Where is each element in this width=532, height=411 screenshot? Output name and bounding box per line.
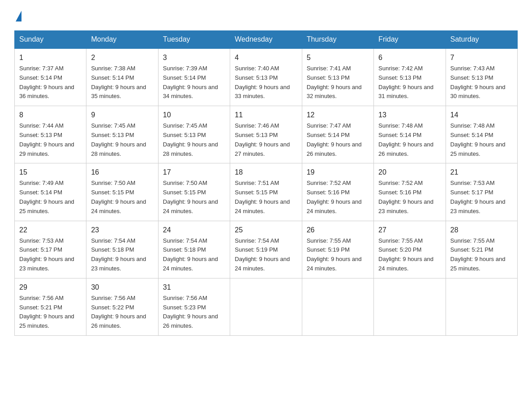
day-info: Sunrise: 7:38 AMSunset: 5:14 PMDaylight:…	[91, 65, 146, 99]
calendar-cell: 12Sunrise: 7:47 AMSunset: 5:14 PMDayligh…	[302, 106, 373, 163]
day-number: 30	[91, 282, 153, 293]
day-number: 14	[450, 110, 513, 120]
calendar-cell: 7Sunrise: 7:43 AMSunset: 5:13 PMDaylight…	[446, 48, 517, 106]
calendar-cell: 25Sunrise: 7:54 AMSunset: 5:19 PMDayligh…	[230, 221, 302, 278]
calendar-cell: 8Sunrise: 7:44 AMSunset: 5:13 PMDaylight…	[15, 106, 86, 163]
day-number: 12	[307, 110, 369, 120]
day-number: 1	[19, 52, 82, 63]
day-number: 22	[19, 225, 82, 235]
day-info: Sunrise: 7:45 AMSunset: 5:13 PMDaylight:…	[163, 122, 218, 157]
day-number: 17	[163, 167, 225, 178]
day-number: 6	[378, 52, 441, 63]
day-number: 21	[450, 167, 513, 178]
day-info: Sunrise: 7:51 AMSunset: 5:15 PMDaylight:…	[235, 180, 290, 214]
day-number: 10	[163, 110, 225, 120]
day-info: Sunrise: 7:50 AMSunset: 5:15 PMDaylight:…	[91, 180, 146, 214]
calendar-body: 1Sunrise: 7:37 AMSunset: 5:14 PMDaylight…	[15, 48, 518, 335]
calendar-cell: 9Sunrise: 7:45 AMSunset: 5:13 PMDaylight…	[86, 106, 158, 163]
calendar-week-row: 1Sunrise: 7:37 AMSunset: 5:14 PMDaylight…	[15, 48, 518, 106]
calendar-cell: 21Sunrise: 7:53 AMSunset: 5:17 PMDayligh…	[446, 163, 517, 221]
day-number: 13	[378, 110, 441, 120]
calendar-cell: 13Sunrise: 7:48 AMSunset: 5:14 PMDayligh…	[374, 106, 446, 163]
calendar-cell: 29Sunrise: 7:56 AMSunset: 5:21 PMDayligh…	[15, 278, 86, 335]
day-number: 27	[378, 225, 441, 235]
day-number: 9	[91, 110, 153, 120]
day-info: Sunrise: 7:47 AMSunset: 5:14 PMDaylight:…	[307, 122, 362, 157]
calendar-cell: 31Sunrise: 7:56 AMSunset: 5:23 PMDayligh…	[158, 278, 230, 335]
calendar-cell: 3Sunrise: 7:39 AMSunset: 5:14 PMDaylight…	[158, 48, 230, 106]
day-info: Sunrise: 7:53 AMSunset: 5:17 PMDaylight:…	[19, 237, 74, 272]
day-number: 8	[19, 110, 82, 120]
day-info: Sunrise: 7:52 AMSunset: 5:16 PMDaylight:…	[378, 180, 433, 214]
weekday-header-wednesday: Wednesday	[230, 31, 302, 49]
calendar-cell: 2Sunrise: 7:38 AMSunset: 5:14 PMDaylight…	[86, 48, 158, 106]
day-number: 20	[378, 167, 441, 178]
day-number: 31	[163, 282, 225, 293]
calendar-table: SundayMondayTuesdayWednesdayThursdayFrid…	[14, 30, 518, 336]
weekday-header-thursday: Thursday	[302, 31, 373, 49]
page-header	[14, 11, 518, 21]
calendar-week-row: 22Sunrise: 7:53 AMSunset: 5:17 PMDayligh…	[15, 221, 518, 278]
calendar-cell: 28Sunrise: 7:55 AMSunset: 5:21 PMDayligh…	[446, 221, 517, 278]
day-number: 23	[91, 225, 153, 235]
day-info: Sunrise: 7:45 AMSunset: 5:13 PMDaylight:…	[91, 122, 146, 157]
day-info: Sunrise: 7:41 AMSunset: 5:13 PMDaylight:…	[307, 65, 362, 99]
calendar-cell	[302, 278, 373, 335]
day-info: Sunrise: 7:48 AMSunset: 5:14 PMDaylight:…	[378, 122, 433, 157]
day-number: 7	[450, 52, 513, 63]
logo	[14, 11, 21, 21]
logo-triangle-icon	[16, 11, 21, 21]
weekday-header-row: SundayMondayTuesdayWednesdayThursdayFrid…	[15, 31, 518, 49]
day-number: 5	[307, 52, 369, 63]
day-info: Sunrise: 7:48 AMSunset: 5:14 PMDaylight:…	[450, 122, 506, 157]
day-number: 3	[163, 52, 225, 63]
day-number: 18	[235, 167, 297, 178]
calendar-cell	[230, 278, 302, 335]
calendar-cell: 30Sunrise: 7:56 AMSunset: 5:22 PMDayligh…	[86, 278, 158, 335]
calendar-cell: 17Sunrise: 7:50 AMSunset: 5:15 PMDayligh…	[158, 163, 230, 221]
calendar-cell: 4Sunrise: 7:40 AMSunset: 5:13 PMDaylight…	[230, 48, 302, 106]
calendar-cell: 5Sunrise: 7:41 AMSunset: 5:13 PMDaylight…	[302, 48, 373, 106]
day-number: 26	[307, 225, 369, 235]
calendar-cell: 10Sunrise: 7:45 AMSunset: 5:13 PMDayligh…	[158, 106, 230, 163]
day-number: 24	[163, 225, 225, 235]
calendar-cell	[374, 278, 446, 335]
day-number: 4	[235, 52, 297, 63]
day-number: 16	[91, 167, 153, 178]
calendar-week-row: 8Sunrise: 7:44 AMSunset: 5:13 PMDaylight…	[15, 106, 518, 163]
calendar-cell: 16Sunrise: 7:50 AMSunset: 5:15 PMDayligh…	[86, 163, 158, 221]
calendar-cell: 24Sunrise: 7:54 AMSunset: 5:18 PMDayligh…	[158, 221, 230, 278]
calendar-cell: 23Sunrise: 7:54 AMSunset: 5:18 PMDayligh…	[86, 221, 158, 278]
calendar-cell: 22Sunrise: 7:53 AMSunset: 5:17 PMDayligh…	[15, 221, 86, 278]
day-number: 19	[307, 167, 369, 178]
day-info: Sunrise: 7:56 AMSunset: 5:23 PMDaylight:…	[163, 295, 218, 329]
day-info: Sunrise: 7:49 AMSunset: 5:14 PMDaylight:…	[19, 180, 74, 214]
weekday-header-friday: Friday	[374, 31, 446, 49]
weekday-header-saturday: Saturday	[446, 31, 517, 49]
calendar-cell: 11Sunrise: 7:46 AMSunset: 5:13 PMDayligh…	[230, 106, 302, 163]
day-info: Sunrise: 7:54 AMSunset: 5:19 PMDaylight:…	[235, 237, 290, 272]
day-info: Sunrise: 7:39 AMSunset: 5:14 PMDaylight:…	[163, 65, 218, 99]
calendar-week-row: 29Sunrise: 7:56 AMSunset: 5:21 PMDayligh…	[15, 278, 518, 335]
day-number: 2	[91, 52, 153, 63]
calendar-cell: 15Sunrise: 7:49 AMSunset: 5:14 PMDayligh…	[15, 163, 86, 221]
calendar-cell: 19Sunrise: 7:52 AMSunset: 5:16 PMDayligh…	[302, 163, 373, 221]
day-number: 29	[19, 282, 82, 293]
weekday-header-sunday: Sunday	[15, 31, 86, 49]
calendar-cell: 14Sunrise: 7:48 AMSunset: 5:14 PMDayligh…	[446, 106, 517, 163]
day-number: 28	[450, 225, 513, 235]
day-info: Sunrise: 7:42 AMSunset: 5:13 PMDaylight:…	[378, 65, 433, 99]
day-number: 15	[19, 167, 82, 178]
weekday-header-tuesday: Tuesday	[158, 31, 230, 49]
calendar-cell: 20Sunrise: 7:52 AMSunset: 5:16 PMDayligh…	[374, 163, 446, 221]
day-info: Sunrise: 7:54 AMSunset: 5:18 PMDaylight:…	[163, 237, 218, 272]
day-info: Sunrise: 7:56 AMSunset: 5:22 PMDaylight:…	[91, 295, 146, 329]
calendar-cell: 6Sunrise: 7:42 AMSunset: 5:13 PMDaylight…	[374, 48, 446, 106]
day-info: Sunrise: 7:43 AMSunset: 5:13 PMDaylight:…	[450, 65, 506, 99]
calendar-cell: 27Sunrise: 7:55 AMSunset: 5:20 PMDayligh…	[374, 221, 446, 278]
day-info: Sunrise: 7:55 AMSunset: 5:21 PMDaylight:…	[450, 237, 506, 272]
weekday-header-monday: Monday	[86, 31, 158, 49]
day-info: Sunrise: 7:50 AMSunset: 5:15 PMDaylight:…	[163, 180, 218, 214]
day-info: Sunrise: 7:56 AMSunset: 5:21 PMDaylight:…	[19, 295, 74, 329]
day-info: Sunrise: 7:37 AMSunset: 5:14 PMDaylight:…	[19, 65, 74, 99]
